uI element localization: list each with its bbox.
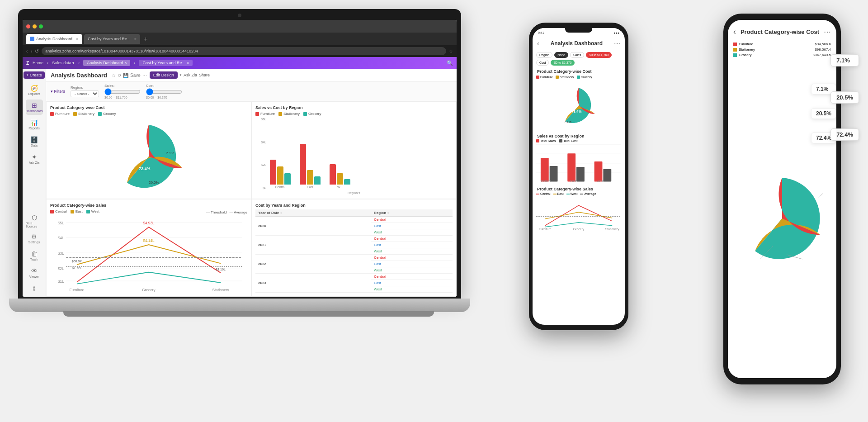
- svg-rect-19: [576, 167, 585, 182]
- bar-central-stationery[interactable]: [277, 166, 283, 185]
- plus-button[interactable]: +: [179, 73, 182, 77]
- table-header-row: Year of Date ↕ Region ↕: [255, 209, 453, 217]
- topbar-tab-close[interactable]: ×: [124, 61, 127, 65]
- bar-central-furniture[interactable]: [270, 160, 276, 185]
- bar-east-furniture[interactable]: [300, 144, 306, 185]
- chip-cost[interactable]: Cost: [536, 60, 549, 66]
- tab-close-icon[interactable]: ×: [76, 37, 79, 42]
- year-2022: 2022: [255, 255, 371, 274]
- bar-west-grocery[interactable]: [344, 179, 350, 185]
- window-minimize-dot[interactable]: [33, 24, 37, 28]
- refresh-icon[interactable]: ↺: [118, 73, 121, 78]
- app-sidebar: + Create 🧭 Explorer ⊞ Dashboards 📊 Repor…: [23, 69, 46, 297]
- bar-y-axis: $6L $4L $2L $0: [255, 118, 266, 197]
- phone2-back-btn[interactable]: ‹: [733, 27, 736, 37]
- region-east-2021[interactable]: East: [371, 242, 453, 248]
- share-button[interactable]: Share: [199, 73, 210, 77]
- address-input[interactable]: [42, 47, 446, 55]
- phone1-header: ‹ Analysis Dashboard ⋯: [533, 37, 625, 50]
- svg-text:Stationery: Stationery: [605, 228, 620, 231]
- region-central-2022[interactable]: Central: [371, 255, 453, 261]
- reports-icon: 📊: [30, 119, 38, 126]
- ask-zia-button[interactable]: Ask Zia: [184, 73, 197, 77]
- bar-chart-panel: Sales vs Cost by Region Furniture Statio…: [251, 101, 457, 199]
- region-east-2022[interactable]: East: [371, 261, 453, 267]
- phone2-legend-grocery: Grocery $347,640.5: [733, 53, 831, 57]
- nav-forward-btn[interactable]: ›: [31, 48, 33, 54]
- chip-cost-range[interactable]: $0 to $6,370: [551, 60, 575, 66]
- save-icon[interactable]: 💾: [123, 73, 128, 78]
- new-tab-icon[interactable]: +: [144, 35, 147, 43]
- sidebar-item-askzia[interactable]: ✦ Ask Zia: [26, 151, 43, 166]
- phone1-bar-area: Central East West: [533, 144, 625, 185]
- topbar-tab2-close[interactable]: ×: [187, 61, 189, 65]
- save-label[interactable]: Save: [130, 73, 141, 78]
- pie-label-furniture-outer: 7.1%: [166, 151, 174, 155]
- sidebar-item-explorer[interactable]: 🧭 Explorer: [26, 82, 43, 98]
- bar-group-east-bars: [300, 144, 321, 185]
- phone1-back-btn[interactable]: ‹: [537, 40, 539, 47]
- chip-region[interactable]: Region: [536, 52, 552, 58]
- region-select[interactable]: - Select -: [71, 90, 99, 97]
- region-east-2020[interactable]: East: [371, 223, 453, 229]
- topbar-search-icon[interactable]: 🔍: [447, 60, 453, 66]
- sidebar-item-datasources[interactable]: ⬡ Data Sources: [26, 213, 43, 229]
- bar-east-stationery[interactable]: [307, 170, 313, 185]
- bar-central-grocery[interactable]: [284, 173, 291, 185]
- filters-toggle[interactable]: ▾ Filters: [51, 89, 65, 94]
- region-central-2024[interactable]: Central: [371, 293, 453, 293]
- region-west-2023[interactable]: West: [371, 286, 453, 293]
- chip-sales[interactable]: Sales: [570, 52, 585, 58]
- pie-chart-title: Product Category-wise Cost: [50, 105, 247, 110]
- col-year[interactable]: Year of Date ↕: [255, 209, 371, 217]
- bar-west-furniture[interactable]: [330, 164, 336, 185]
- phone1-line-title: Product Category-wise Sales: [533, 185, 625, 192]
- more-icon[interactable]: ⋯: [142, 73, 147, 78]
- app-body: + Create 🧭 Explorer ⊞ Dashboards 📊 Repor…: [23, 69, 457, 297]
- sidebar-item-viewer[interactable]: 👁 Viewer: [26, 265, 43, 280]
- sidebar-item-data[interactable]: 🗄️ Data: [26, 134, 43, 149]
- sidebar-item-dashboards[interactable]: ⊞ Dashboards: [26, 100, 43, 115]
- browser-tab-active[interactable]: Analysis Dashboard ×: [26, 34, 82, 44]
- phone2-legend-grocery-left: Grocery: [733, 53, 751, 57]
- edit-design-button[interactable]: Edit Design: [150, 71, 178, 79]
- sidebar-item-settings[interactable]: ⚙ Settings: [26, 231, 43, 246]
- sidebar-item-reports[interactable]: 📊 Reports: [26, 117, 43, 132]
- bar-east-grocery[interactable]: [314, 176, 321, 185]
- bar-west-stationery[interactable]: [337, 173, 343, 185]
- bar-legend-stationery: Stationery: [278, 112, 300, 116]
- sales-range-slider[interactable]: [104, 88, 141, 95]
- topbar-tab-cost[interactable]: Cost by Years and Re... ×: [139, 60, 193, 66]
- region-west-2020[interactable]: West: [371, 229, 453, 236]
- phone2-more-btn[interactable]: ⋯: [824, 28, 831, 36]
- phone1-more-btn[interactable]: ⋯: [614, 40, 620, 47]
- create-button[interactable]: + Create: [24, 71, 45, 79]
- star-icon[interactable]: ☆: [112, 73, 116, 78]
- nav-back-btn[interactable]: ‹: [26, 48, 28, 54]
- phone2-pie-grocery[interactable]: [755, 178, 820, 259]
- col-region[interactable]: Region ↕: [371, 209, 453, 217]
- region-central-2023[interactable]: Central: [371, 274, 453, 280]
- nav-reload-btn[interactable]: ↺: [35, 48, 39, 54]
- chip-sales-range[interactable]: $0 to $11,760: [586, 52, 612, 58]
- region-central-2021[interactable]: Central: [371, 236, 453, 242]
- region-west-2022[interactable]: West: [371, 267, 453, 274]
- window-close-dot[interactable]: [26, 24, 30, 28]
- address-bookmark-icon[interactable]: ☆: [449, 49, 453, 54]
- region-central-2020[interactable]: Central: [371, 217, 453, 223]
- sidebar-collapse-btn[interactable]: ⟪: [31, 282, 38, 294]
- svg-text:$3L: $3L: [58, 251, 64, 256]
- chip-none[interactable]: None: [554, 52, 568, 58]
- cost-range-slider[interactable]: [146, 88, 182, 95]
- window-fullscreen-dot[interactable]: [39, 24, 43, 28]
- line-central-dot: [50, 210, 54, 213]
- line-east-dot: [71, 210, 74, 213]
- browser-tab-2[interactable]: Cost by Years and Re... ×: [84, 34, 140, 44]
- region-west-2021[interactable]: West: [371, 248, 453, 255]
- region-east-2023[interactable]: East: [371, 280, 453, 286]
- topbar-sales-data[interactable]: Sales data ▾: [52, 61, 75, 65]
- tab2-close-icon[interactable]: ×: [134, 37, 137, 42]
- sidebar-item-trash[interactable]: 🗑 Trash: [26, 248, 43, 263]
- topbar-tab-dashboard[interactable]: Analysis Dashboard ×: [83, 60, 130, 66]
- topbar-home[interactable]: Home: [33, 61, 43, 65]
